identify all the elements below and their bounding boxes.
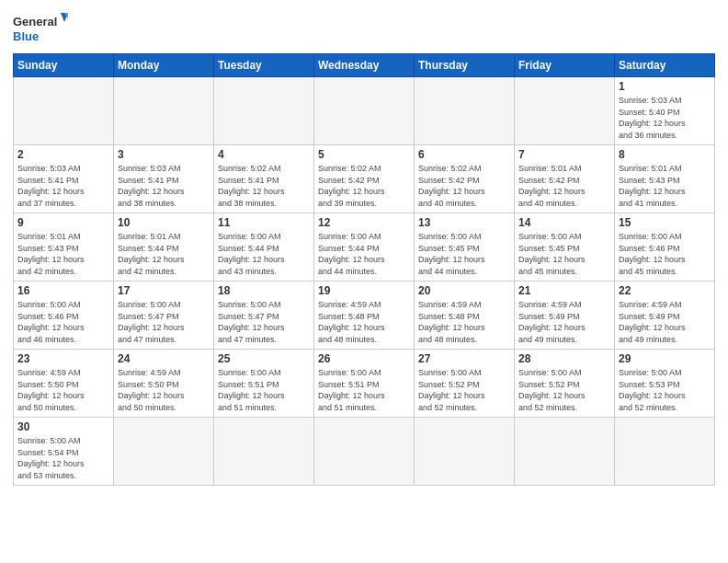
day-number: 9 [17,216,109,229]
day-info: Sunrise: 5:00 AM Sunset: 5:47 PM Dayligh… [218,299,310,345]
calendar-cell: 26Sunrise: 5:00 AM Sunset: 5:51 PM Dayli… [314,350,415,418]
calendar-cell: 10Sunrise: 5:01 AM Sunset: 5:44 PM Dayli… [114,213,214,282]
day-info: Sunrise: 5:00 AM Sunset: 5:44 PM Dayligh… [218,231,310,277]
calendar-cell: 21Sunrise: 4:59 AM Sunset: 5:49 PM Dayli… [515,282,615,350]
day-number: 5 [318,148,410,161]
calendar-cell: 28Sunrise: 5:00 AM Sunset: 5:52 PM Dayli… [515,350,615,418]
day-number: 15 [619,216,711,229]
calendar-cell [515,418,615,486]
weekday-header-sunday: Sunday [14,54,114,77]
day-number: 16 [17,284,109,297]
calendar-cell: 22Sunrise: 4:59 AM Sunset: 5:49 PM Dayli… [615,282,715,350]
calendar-cell [415,418,515,486]
weekday-header-thursday: Thursday [415,54,515,77]
calendar-cell: 11Sunrise: 5:00 AM Sunset: 5:44 PM Dayli… [214,213,314,282]
day-number: 1 [619,80,711,93]
calendar-cell [14,77,114,145]
week-row-3: 16Sunrise: 5:00 AM Sunset: 5:46 PM Dayli… [14,282,715,350]
day-number: 4 [218,148,310,161]
day-number: 8 [619,148,711,161]
day-number: 2 [17,148,109,161]
week-row-0: 1Sunrise: 5:03 AM Sunset: 5:40 PM Daylig… [14,77,715,145]
day-number: 6 [418,148,510,161]
day-info: Sunrise: 4:59 AM Sunset: 5:48 PM Dayligh… [318,299,410,345]
day-number: 21 [518,284,610,297]
weekday-header-tuesday: Tuesday [214,54,314,77]
day-info: Sunrise: 5:03 AM Sunset: 5:41 PM Dayligh… [118,163,210,209]
day-number: 7 [518,148,610,161]
calendar-cell: 19Sunrise: 4:59 AM Sunset: 5:48 PM Dayli… [314,282,415,350]
calendar-cell: 4Sunrise: 5:02 AM Sunset: 5:41 PM Daylig… [214,145,314,213]
day-info: Sunrise: 5:00 AM Sunset: 5:46 PM Dayligh… [17,299,109,345]
day-info: Sunrise: 5:00 AM Sunset: 5:54 PM Dayligh… [17,435,109,481]
day-info: Sunrise: 5:00 AM Sunset: 5:52 PM Dayligh… [518,367,610,413]
day-info: Sunrise: 4:59 AM Sunset: 5:49 PM Dayligh… [518,299,610,345]
day-number: 17 [118,284,210,297]
weekday-header-friday: Friday [515,54,615,77]
day-info: Sunrise: 4:59 AM Sunset: 5:50 PM Dayligh… [118,367,210,413]
day-number: 29 [619,352,711,365]
calendar-cell [214,77,314,145]
day-number: 11 [218,216,310,229]
day-info: Sunrise: 5:03 AM Sunset: 5:40 PM Dayligh… [619,95,711,141]
day-info: Sunrise: 5:00 AM Sunset: 5:46 PM Dayligh… [619,231,711,277]
day-number: 14 [518,216,610,229]
day-number: 28 [518,352,610,365]
day-number: 12 [318,216,410,229]
day-number: 26 [318,352,410,365]
calendar: SundayMondayTuesdayWednesdayThursdayFrid… [13,53,715,486]
day-info: Sunrise: 5:01 AM Sunset: 5:43 PM Dayligh… [619,163,711,209]
day-number: 30 [17,420,109,433]
day-info: Sunrise: 5:00 AM Sunset: 5:52 PM Dayligh… [418,367,510,413]
calendar-cell: 5Sunrise: 5:02 AM Sunset: 5:42 PM Daylig… [314,145,415,213]
day-info: Sunrise: 4:59 AM Sunset: 5:50 PM Dayligh… [17,367,109,413]
calendar-cell: 8Sunrise: 5:01 AM Sunset: 5:43 PM Daylig… [615,145,715,213]
page: General Blue SundayMondayTuesdayWednesda… [0,0,728,563]
calendar-cell: 7Sunrise: 5:01 AM Sunset: 5:42 PM Daylig… [515,145,615,213]
day-info: Sunrise: 5:02 AM Sunset: 5:41 PM Dayligh… [218,163,310,209]
day-info: Sunrise: 5:00 AM Sunset: 5:45 PM Dayligh… [518,231,610,277]
calendar-cell: 17Sunrise: 5:00 AM Sunset: 5:47 PM Dayli… [114,282,214,350]
day-info: Sunrise: 5:02 AM Sunset: 5:42 PM Dayligh… [318,163,410,209]
week-row-5: 30Sunrise: 5:00 AM Sunset: 5:54 PM Dayli… [14,418,715,486]
day-info: Sunrise: 5:01 AM Sunset: 5:42 PM Dayligh… [518,163,610,209]
weekday-header-wednesday: Wednesday [314,54,415,77]
week-row-1: 2Sunrise: 5:03 AM Sunset: 5:41 PM Daylig… [14,145,715,213]
week-row-4: 23Sunrise: 4:59 AM Sunset: 5:50 PM Dayli… [14,350,715,418]
weekday-header-monday: Monday [114,54,214,77]
calendar-cell: 29Sunrise: 5:00 AM Sunset: 5:53 PM Dayli… [615,350,715,418]
day-info: Sunrise: 5:01 AM Sunset: 5:44 PM Dayligh… [118,231,210,277]
calendar-cell: 14Sunrise: 5:00 AM Sunset: 5:45 PM Dayli… [515,213,615,282]
calendar-cell: 24Sunrise: 4:59 AM Sunset: 5:50 PM Dayli… [114,350,214,418]
calendar-cell: 9Sunrise: 5:01 AM Sunset: 5:43 PM Daylig… [14,213,114,282]
calendar-cell: 2Sunrise: 5:03 AM Sunset: 5:41 PM Daylig… [14,145,114,213]
calendar-cell: 6Sunrise: 5:02 AM Sunset: 5:42 PM Daylig… [415,145,515,213]
calendar-cell [515,77,615,145]
calendar-cell [314,418,415,486]
day-number: 23 [17,352,109,365]
day-number: 24 [118,352,210,365]
day-number: 10 [118,216,210,229]
calendar-cell [114,418,214,486]
day-info: Sunrise: 5:00 AM Sunset: 5:53 PM Dayligh… [619,367,711,413]
day-info: Sunrise: 5:01 AM Sunset: 5:43 PM Dayligh… [17,231,109,277]
calendar-cell: 18Sunrise: 5:00 AM Sunset: 5:47 PM Dayli… [214,282,314,350]
header: General Blue [13,9,715,46]
logo: General Blue [13,9,68,46]
calendar-cell [114,77,214,145]
calendar-cell [214,418,314,486]
calendar-cell: 15Sunrise: 5:00 AM Sunset: 5:46 PM Dayli… [615,213,715,282]
day-number: 20 [418,284,510,297]
logo-svg: General Blue [13,9,68,46]
day-number: 25 [218,352,310,365]
calendar-cell [415,77,515,145]
day-info: Sunrise: 5:00 AM Sunset: 5:51 PM Dayligh… [318,367,410,413]
svg-text:General: General [13,15,57,29]
day-info: Sunrise: 5:00 AM Sunset: 5:45 PM Dayligh… [418,231,510,277]
day-info: Sunrise: 4:59 AM Sunset: 5:49 PM Dayligh… [619,299,711,345]
calendar-body: 1Sunrise: 5:03 AM Sunset: 5:40 PM Daylig… [14,77,715,486]
calendar-cell: 23Sunrise: 4:59 AM Sunset: 5:50 PM Dayli… [14,350,114,418]
week-row-2: 9Sunrise: 5:01 AM Sunset: 5:43 PM Daylig… [14,213,715,282]
calendar-cell: 30Sunrise: 5:00 AM Sunset: 5:54 PM Dayli… [14,418,114,486]
day-number: 3 [118,148,210,161]
